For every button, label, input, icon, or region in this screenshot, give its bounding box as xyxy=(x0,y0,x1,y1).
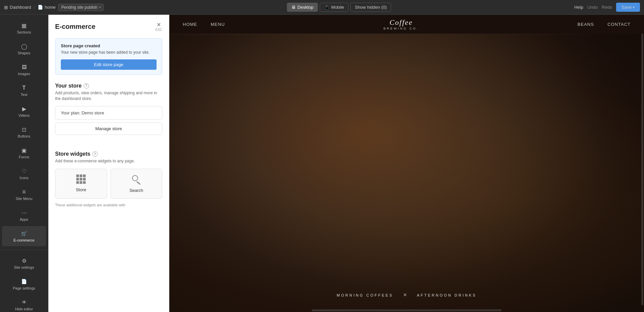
your-store-section: Your store ? Add products, view orders, … xyxy=(55,83,162,143)
sidebar-item-ecommerce[interactable]: E-commerce xyxy=(2,226,46,246)
save-button[interactable]: Save ▾ xyxy=(616,3,640,12)
sidebar-item-buttons[interactable]: Buttons xyxy=(2,122,46,142)
sidebar-item-sitemenu[interactable]: Site Menu xyxy=(2,185,46,205)
store-widgets-help-icon[interactable]: ? xyxy=(92,151,98,157)
store-widgets-section: Store widgets ? Add these e-commerce wid… xyxy=(55,151,162,208)
nav-link-contact[interactable]: CONTACT xyxy=(607,22,631,27)
sidebar-item-hideeditor[interactable]: Hide editor xyxy=(2,295,46,312)
desktop-button[interactable]: 🖥 Desktop xyxy=(287,3,318,12)
nav-link-home[interactable]: HOME xyxy=(183,22,197,27)
pending-status[interactable]: Pending site publish ▾ xyxy=(58,4,103,11)
tab-morning-coffees[interactable]: MORNING COFFEES xyxy=(337,293,393,297)
sidebar-item-pagesettings[interactable]: Page settings xyxy=(2,274,46,294)
manage-store-button[interactable]: Manage store xyxy=(55,122,162,135)
topbar: ⊞ Dashboard / 📄 home Pending site publis… xyxy=(0,0,644,15)
ecommerce-panel: E-commerce ✕ ESC Store page created Your… xyxy=(48,15,169,312)
save-dropdown-icon: ▾ xyxy=(633,5,635,9)
sidebar-item-icons[interactable]: Icons xyxy=(2,164,46,184)
sidebar-top: Sections Shapes Images Text Videos Butto… xyxy=(0,15,48,250)
show-hidden-button[interactable]: Show hidden (0) xyxy=(350,3,391,12)
pending-label: Pending site publish xyxy=(61,5,97,10)
sidebar-item-label: Sections xyxy=(17,30,31,34)
coffee-site-preview: HOME MENU Coffee BREWING CO. BEANS CONTA… xyxy=(169,15,644,312)
dashboard-link[interactable]: ⊞ Dashboard xyxy=(4,5,31,10)
help-link[interactable]: Help xyxy=(574,5,583,10)
preview-area[interactable]: HOME MENU Coffee BREWING CO. BEANS CONTA… xyxy=(169,15,644,312)
sidebar-item-label: Site settings xyxy=(14,265,34,269)
sidebar-item-label: Forms xyxy=(19,155,29,159)
sidebar-item-label: Apps xyxy=(20,217,28,221)
horizontal-scrollbar[interactable] xyxy=(312,309,502,311)
tab-afternoon-drinks[interactable]: AFTERNOON DRINKS xyxy=(417,293,477,297)
sidebar-item-label: Hide editor xyxy=(15,307,33,311)
your-store-help-icon[interactable]: ? xyxy=(84,83,89,89)
tab-divider: × xyxy=(403,292,407,299)
panel-title: E-commerce xyxy=(55,23,95,31)
forms-icon xyxy=(21,147,28,154)
sidebar-item-sections[interactable]: Sections xyxy=(2,18,46,38)
your-store-title: Your store ? xyxy=(55,83,162,89)
sidebar-item-label: Videos xyxy=(18,113,30,117)
sidebar-item-label: Shapes xyxy=(18,51,30,55)
panel-close-group: ✕ ESC xyxy=(155,21,162,32)
search-widget-icon xyxy=(131,174,141,185)
esc-label: ESC xyxy=(155,28,162,32)
pagesettings-icon xyxy=(21,278,28,285)
topbar-center: 🖥 Desktop 📱 Mobile Show hidden (0) xyxy=(106,3,572,12)
logo-main: Coffee xyxy=(383,18,419,27)
buttons-icon xyxy=(21,126,28,133)
vertical-scrollbar[interactable] xyxy=(641,21,643,305)
store-notice-title: Store page created xyxy=(61,43,157,48)
nav-link-menu[interactable]: MENU xyxy=(211,22,225,27)
mobile-icon: 📱 xyxy=(324,5,330,10)
hideeditor-icon xyxy=(21,299,28,306)
pending-dropdown-icon: ▾ xyxy=(99,5,101,9)
nav-link-beans[interactable]: BEANS xyxy=(577,22,594,27)
panel-header: E-commerce ✕ ESC xyxy=(48,15,169,35)
mobile-button[interactable]: 📱 Mobile xyxy=(320,3,348,12)
page-icon: 📄 xyxy=(38,5,43,10)
plan-box: Your plan: Demo store xyxy=(55,106,162,120)
topbar-left: ⊞ Dashboard / 📄 home Pending site publis… xyxy=(4,4,104,11)
logo-sub: BREWING CO. xyxy=(383,27,419,30)
sidebar-item-label: Icons xyxy=(19,176,28,180)
store-notice-desc: Your new store page has been added to yo… xyxy=(61,50,157,55)
sidebar-item-label: Images xyxy=(18,72,30,76)
ecommerce-icon xyxy=(21,230,28,237)
store-widget-card[interactable]: Store xyxy=(55,169,107,199)
topbar-separator: / xyxy=(34,5,35,10)
search-widget-label: Search xyxy=(129,188,143,193)
apps-icon xyxy=(21,209,28,216)
sidebar-item-forms[interactable]: Forms xyxy=(2,143,46,163)
sidebar-bottom: Site settings Page settings Hide editor xyxy=(0,250,48,312)
videos-icon xyxy=(21,105,28,112)
edit-store-page-button[interactable]: Edit store page xyxy=(61,59,157,70)
home-link[interactable]: 📄 home xyxy=(38,5,56,10)
your-store-desc: Add products, view orders, manage shippi… xyxy=(55,90,162,102)
redo-button[interactable]: Redo xyxy=(602,5,612,10)
dashboard-icon: ⊞ xyxy=(4,5,8,10)
sidebar-item-apps[interactable]: Apps xyxy=(2,205,46,225)
sidebar-item-images[interactable]: Images xyxy=(2,60,46,80)
coffee-tabs: MORNING COFFEES × AFTERNOON DRINKS xyxy=(337,292,476,299)
store-widget-label: Store xyxy=(76,187,86,192)
store-notice: Store page created Your new store page h… xyxy=(55,38,162,75)
panel-close-button[interactable]: ✕ xyxy=(157,21,161,28)
shapes-icon xyxy=(21,43,28,50)
sidebar-item-label: Page settings xyxy=(13,286,35,290)
sidebar-item-videos[interactable]: Videos xyxy=(2,101,46,121)
coffee-navigation: HOME MENU Coffee BREWING CO. BEANS CONTA… xyxy=(169,15,644,34)
preview-scroll: HOME MENU Coffee BREWING CO. BEANS CONTA… xyxy=(169,15,644,312)
main-area: Sections Shapes Images Text Videos Butto… xyxy=(0,15,644,312)
sidebar-item-shapes[interactable]: Shapes xyxy=(2,39,46,59)
sidebar-item-text[interactable]: Text xyxy=(2,81,46,101)
nav-links-left: HOME MENU xyxy=(183,22,225,27)
desktop-icon: 🖥 xyxy=(291,5,296,10)
coffee-logo: Coffee BREWING CO. xyxy=(383,18,419,30)
undo-button[interactable]: Undo xyxy=(587,5,598,10)
search-widget-card[interactable]: Search xyxy=(111,169,163,199)
sidebar-item-sitesettings[interactable]: Site settings xyxy=(2,253,46,273)
nav-links-right: BEANS CONTACT xyxy=(577,22,631,27)
text-icon xyxy=(21,85,28,91)
store-widgets-title: Store widgets ? xyxy=(55,151,162,157)
